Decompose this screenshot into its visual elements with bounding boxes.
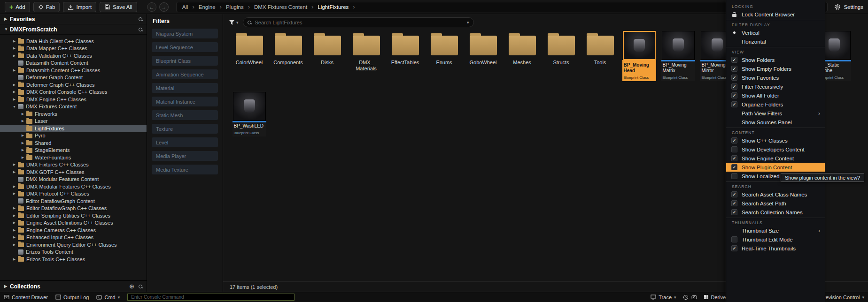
menu-item-show-favorites[interactable]: ✓Show Favorites (726, 73, 825, 82)
tree-item-dmx-control-console-c-classes[interactable]: ▶DMX Control Console C++ Classes (0, 89, 147, 96)
tree-item-laser[interactable]: ▶Laser (0, 118, 147, 125)
expander-right-icon[interactable]: ▶ (12, 46, 16, 50)
expander-right-icon[interactable]: ▶ (21, 112, 25, 116)
folder-tile-meshes[interactable]: Meshes (503, 31, 542, 86)
menu-item-show-engine-content[interactable]: ✓Show Engine Content (726, 154, 825, 163)
filter-pill-level-sequence[interactable]: Level Sequence (152, 42, 218, 52)
expander-right-icon[interactable]: ▶ (21, 156, 25, 159)
tree-item-dmx-protocol-c-classes[interactable]: ▶DMX Protocol C++ Classes (0, 190, 147, 198)
expander-down-icon[interactable]: ▼ (12, 105, 16, 108)
menu-item-show-plugin-content[interactable]: ✓Show Plugin Content (726, 163, 825, 172)
folder-tile-effecttables[interactable]: EffectTables (386, 31, 425, 86)
expander-right-icon[interactable]: ▶ (12, 170, 16, 174)
breadcrumb-item-lightfixtures[interactable]: LightFixtures (318, 4, 349, 10)
save-all-button[interactable]: Save All (100, 2, 137, 12)
menu-item-organize-folders[interactable]: ✓Organize Folders (726, 100, 825, 109)
tree-item-dmx-modular-features-content[interactable]: DMX Modular Features Content (0, 176, 147, 183)
breadcrumb-item-plugins[interactable]: Plugins (226, 4, 244, 10)
trace-button[interactable]: Trace ▾ (651, 294, 676, 300)
tree-item-editor-dataflowgraph-c-classes[interactable]: ▶Editor DataflowGraph C++ Classes (0, 205, 147, 212)
tree-item-stageelements[interactable]: ▶StageElements (0, 147, 147, 154)
search-icon[interactable] (139, 17, 142, 21)
search-icon[interactable] (139, 28, 142, 31)
expander-right-icon[interactable]: ▶ (12, 221, 16, 225)
menu-item-show-sources-panel[interactable]: Show Sources Panel (726, 118, 825, 127)
search-input[interactable] (254, 19, 464, 26)
tree-item-datasmith-content-c-classes[interactable]: ▶Datasmith Content C++ Classes (0, 67, 147, 74)
tree-item-fireworks[interactable]: ▶Fireworks (0, 110, 147, 118)
menu-item-real-time-thumbnails[interactable]: ✓Real-Time Thumbnails (726, 244, 825, 253)
filter-pill-niagara-system[interactable]: Niagara System (152, 29, 218, 38)
tree-item-erizos-tools-content[interactable]: Erizos Tools Content (0, 249, 147, 256)
expander-right-icon[interactable]: ▶ (12, 235, 16, 239)
filter-pill-material-instance[interactable]: Material Instance (152, 97, 218, 106)
folder-tile-colorwheel[interactable]: ColorWheel (230, 31, 269, 86)
folder-tile-components[interactable]: Components (269, 31, 308, 86)
tree-item-erizos-tools-c-classes[interactable]: ▶Erizos Tools C++ Classes (0, 256, 147, 263)
filter-pill-material[interactable]: Material (152, 83, 218, 93)
menu-item-show-empty-folders[interactable]: ✓Show Empty Folders (726, 64, 825, 73)
breadcrumb-item-all[interactable]: All (182, 4, 188, 10)
menu-item-show-developers-content[interactable]: Show Developers Content (726, 145, 825, 154)
filter-dropdown-button[interactable]: ▾ (229, 20, 239, 25)
expander-right-icon[interactable]: ▶ (21, 119, 25, 123)
menu-item-search-asset-path[interactable]: ✓Search Asset Path (726, 199, 825, 208)
folder-tile-enums[interactable]: Enums (425, 31, 464, 86)
tree-item-data-hub-client-c-classes[interactable]: ▶Data Hub Client C++ Classes (0, 38, 147, 45)
menu-item-show-all-folder[interactable]: ✓Show All Folder (726, 91, 825, 100)
root-header[interactable]: ▼ DMXFromScratch (0, 24, 147, 35)
tree-item-editor-scripting-utilities-c-classes[interactable]: ▶Editor Scripting Utilities C++ Classes (0, 212, 147, 219)
back-button[interactable]: ← (147, 2, 156, 12)
folder-tile-dmx-materials[interactable]: DMX_ Materials (347, 31, 386, 86)
expander-right-icon[interactable]: ▶ (12, 98, 16, 101)
filter-pill-blueprint-class[interactable]: Blueprint Class (152, 56, 218, 66)
console-input[interactable] (130, 294, 292, 300)
menu-item-show-folders[interactable]: ✓Show Folders (726, 55, 825, 64)
menu-item-thumbnail-size[interactable]: Thumbnail Size› (726, 226, 825, 235)
breadcrumb-item-dmx-fixtures-content[interactable]: DMX Fixtures Content (254, 4, 307, 10)
tree-item-dmx-engine-c-classes[interactable]: ▶DMX Engine C++ Classes (0, 96, 147, 103)
chevron-down-icon[interactable]: ▾ (467, 20, 469, 25)
expander-right-icon[interactable]: ▶ (12, 163, 16, 166)
folder-tile-gobowheel[interactable]: GoboWheel (464, 31, 503, 86)
expander-right-icon[interactable]: ▶ (12, 192, 16, 196)
forward-button[interactable]: → (159, 2, 169, 12)
expander-right-icon[interactable]: ▶ (12, 185, 16, 189)
expander-right-icon[interactable]: ▶ (12, 83, 16, 87)
clock-icon[interactable] (683, 294, 689, 300)
expander-right-icon[interactable]: ▶ (12, 68, 16, 72)
tree-item-engine-cameras-c-classes[interactable]: ▶Engine Cameras C++ Classes (0, 226, 147, 234)
asset-tile-bp-moving-matrix[interactable]: BP_Moving MatrixBlueprint Class (659, 31, 698, 86)
menu-item-lock-content-browser[interactable]: Lock Content Browser (726, 10, 825, 19)
menu-item-path-view-filters[interactable]: Path View Filters› (726, 109, 825, 118)
camera-icon[interactable] (691, 295, 697, 300)
folder-tile-disks[interactable]: Disks (308, 31, 347, 86)
filter-pill-static-mesh[interactable]: Static Mesh (152, 110, 218, 120)
add-collection-icon[interactable]: ⊕ (129, 283, 134, 290)
expander-right-icon[interactable]: ▶ (12, 214, 16, 218)
search-icon[interactable] (139, 285, 142, 288)
expander-right-icon[interactable]: ▶ (12, 90, 16, 94)
menu-item-show-c-classes[interactable]: ✓Show C++ Classes (726, 136, 825, 145)
filter-pill-level[interactable]: Level (152, 137, 218, 147)
expander-right-icon[interactable]: ▶ (12, 228, 16, 232)
expander-right-icon[interactable]: ▶ (12, 206, 16, 210)
tree-item-environment-query-editor-c-classes[interactable]: ▶Environment Query Editor C++ Classes (0, 241, 147, 249)
output-log-button[interactable]: Output Log (55, 294, 89, 300)
menu-item-filter-recursively[interactable]: ✓Filter Recursively (726, 82, 825, 91)
breadcrumb-item-engine[interactable]: Engine (199, 4, 216, 10)
tree-item-engine-asset-definitions-c-classes[interactable]: ▶Engine Asset Definitions C++ Classes (0, 219, 147, 227)
tree-item-data-mapper-c-classes[interactable]: ▶Data Mapper C++ Classes (0, 45, 147, 53)
menu-item-horizontal[interactable]: Horizontal (726, 37, 825, 46)
tree-item-datasmith-content-content[interactable]: Datasmith Content Content (0, 60, 147, 67)
filter-pill-animation-sequence[interactable]: Animation Sequence (152, 69, 218, 79)
tree-item-dmx-fixtures-content[interactable]: ▼DMX Fixtures Content (0, 103, 147, 111)
expander-right-icon[interactable]: ▶ (12, 39, 16, 43)
tree-item-deformer-graph-content[interactable]: Deformer Graph Content (0, 74, 147, 82)
expander-right-icon[interactable]: ▶ (21, 141, 25, 145)
settings-button[interactable]: Settings (834, 4, 863, 10)
filter-pill-media-texture[interactable]: Media Texture (152, 165, 218, 174)
folder-tile-structs[interactable]: Structs (542, 31, 581, 86)
tree-item-enhanced-input-c-classes[interactable]: ▶Enhanced Input C++ Classes (0, 234, 147, 242)
menu-item-search-asset-class-names[interactable]: ✓Search Asset Class Names (726, 190, 825, 199)
